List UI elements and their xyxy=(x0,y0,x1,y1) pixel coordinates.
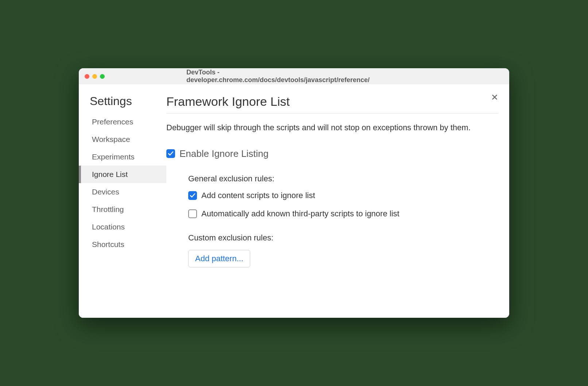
close-window-button[interactable] xyxy=(85,74,89,79)
custom-rules-section: Custom exclusion rules: Add pattern... xyxy=(166,233,498,267)
custom-rules-heading: Custom exclusion rules: xyxy=(188,233,498,243)
minimize-window-button[interactable] xyxy=(92,74,97,79)
page-title: Framework Ignore List xyxy=(166,94,498,113)
enable-ignore-listing-label: Enable Ignore Listing xyxy=(179,148,268,159)
sidebar-item-workspace[interactable]: Workspace xyxy=(79,131,166,148)
sidebar-item-preferences[interactable]: Preferences xyxy=(79,113,166,131)
enable-ignore-listing-row[interactable]: Enable Ignore Listing xyxy=(166,148,498,159)
check-icon xyxy=(190,193,196,198)
page-description: Debugger will skip through the scripts a… xyxy=(166,122,498,134)
content-area: Settings Preferences Workspace Experimen… xyxy=(79,84,509,318)
sidebar-title: Settings xyxy=(79,94,166,113)
general-rules-section: General exclusion rules: Add content scr… xyxy=(166,174,498,219)
sidebar-item-locations[interactable]: Locations xyxy=(79,218,166,236)
content-scripts-row[interactable]: Add content scripts to ignore list xyxy=(188,191,498,200)
title-bar: DevTools - developer.chrome.com/docs/dev… xyxy=(79,68,509,84)
close-icon: ✕ xyxy=(491,92,498,102)
devtools-settings-window: DevTools - developer.chrome.com/docs/dev… xyxy=(79,68,509,318)
main-panel: ✕ Framework Ignore List Debugger will sk… xyxy=(166,84,509,318)
sidebar-item-devices[interactable]: Devices xyxy=(79,183,166,201)
sidebar-item-experiments[interactable]: Experiments xyxy=(79,148,166,166)
enable-ignore-listing-checkbox[interactable] xyxy=(166,149,175,158)
check-icon xyxy=(168,151,174,157)
close-settings-button[interactable]: ✕ xyxy=(491,93,498,102)
window-controls xyxy=(85,74,105,79)
sidebar-item-ignore-list[interactable]: Ignore List xyxy=(79,166,166,183)
window-title: DevTools - developer.chrome.com/docs/dev… xyxy=(186,69,402,84)
third-party-scripts-label: Automatically add known third-party scri… xyxy=(201,209,399,219)
sidebar-item-shortcuts[interactable]: Shortcuts xyxy=(79,236,166,253)
third-party-scripts-row[interactable]: Automatically add known third-party scri… xyxy=(188,209,498,219)
third-party-scripts-checkbox[interactable] xyxy=(188,209,197,218)
content-scripts-label: Add content scripts to ignore list xyxy=(201,191,315,200)
settings-sidebar: Settings Preferences Workspace Experimen… xyxy=(79,84,166,318)
sidebar-item-throttling[interactable]: Throttling xyxy=(79,201,166,218)
content-scripts-checkbox[interactable] xyxy=(188,191,197,200)
maximize-window-button[interactable] xyxy=(100,74,105,79)
general-rules-heading: General exclusion rules: xyxy=(188,174,498,184)
add-pattern-button[interactable]: Add pattern... xyxy=(188,250,250,267)
